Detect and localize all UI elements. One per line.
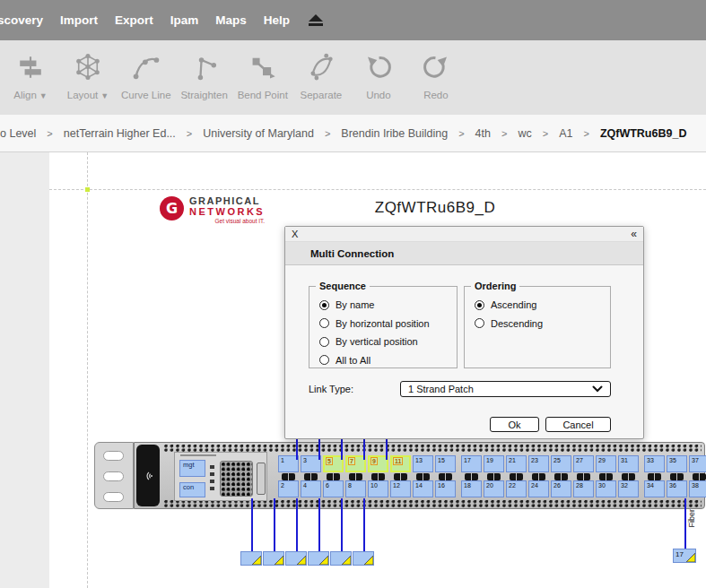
menu-item-import[interactable]: Import bbox=[60, 13, 98, 27]
menu-item-maps[interactable]: Maps bbox=[215, 13, 247, 27]
port-cell-17[interactable]: 17 bbox=[461, 455, 482, 472]
menu-item-ipam[interactable]: Ipam bbox=[170, 13, 199, 27]
menu-item-help[interactable]: Help bbox=[264, 13, 290, 27]
straighten-button[interactable]: Straighten bbox=[176, 52, 233, 100]
breadcrumb-item[interactable]: netTerrain Higher Ed... bbox=[64, 127, 176, 140]
layout-button[interactable]: Layout▼ bbox=[59, 52, 117, 100]
undo-button[interactable]: Undo bbox=[350, 52, 407, 100]
link-type-select[interactable]: 1 Strand Patch bbox=[400, 381, 611, 397]
radio-by-name[interactable] bbox=[319, 300, 329, 310]
breadcrumb-item[interactable]: A1 bbox=[559, 127, 572, 140]
corner-triangle-icon bbox=[275, 556, 283, 565]
port-cell-10[interactable]: 10 bbox=[368, 480, 388, 497]
port-cell-23[interactable]: 23 bbox=[528, 455, 549, 472]
port-number: 16 bbox=[438, 482, 445, 489]
con-port[interactable]: con bbox=[179, 482, 205, 497]
bend-point-button[interactable]: Bend Point bbox=[233, 52, 292, 100]
port-connector-icon bbox=[528, 472, 549, 480]
close-icon[interactable]: X bbox=[292, 229, 298, 239]
port-cell-8[interactable]: 8 bbox=[345, 480, 366, 497]
port-cell-15[interactable]: 15 bbox=[435, 455, 456, 472]
port-cell-11[interactable]: 11 bbox=[390, 455, 411, 472]
port-cell-31[interactable]: 31 bbox=[618, 455, 639, 472]
radio-by-vertical-position[interactable] bbox=[319, 337, 329, 347]
breadcrumb-item[interactable]: Brendin Iribe Building bbox=[341, 127, 448, 140]
port-column: 12 bbox=[278, 455, 299, 497]
breadcrumb-item[interactable]: 4th bbox=[475, 127, 491, 140]
port-connector-icon bbox=[345, 472, 366, 480]
diagram-canvas[interactable]: G GRAPHICAL NETWORKS Get visual about IT… bbox=[0, 152, 706, 588]
switch-device[interactable]: mgt con 12345678910111213141516171819202… bbox=[94, 442, 705, 509]
port-cell-37[interactable]: 37 bbox=[689, 455, 706, 472]
separate-button[interactable]: Separate bbox=[292, 52, 350, 100]
port-cell-22[interactable]: 22 bbox=[506, 480, 527, 497]
sequence-option: By vertical position bbox=[319, 333, 457, 351]
breadcrumb-item[interactable]: o Level bbox=[0, 127, 36, 140]
menu-item-discovery[interactable]: scovery bbox=[0, 13, 43, 27]
ok-button[interactable]: Ok bbox=[490, 417, 539, 432]
port-cell-21[interactable]: 21 bbox=[506, 455, 527, 472]
port-cell-20[interactable]: 20 bbox=[484, 480, 504, 497]
port-cell-35[interactable]: 35 bbox=[667, 455, 687, 472]
port-cell-29[interactable]: 29 bbox=[596, 455, 616, 472]
sequence-option-label: By name bbox=[336, 299, 374, 310]
redo-button[interactable]: Redo bbox=[407, 52, 465, 100]
port-column: 3334 bbox=[644, 455, 665, 497]
endpoint-box-17[interactable]: 17 bbox=[673, 549, 696, 563]
breadcrumb-item[interactable]: University of Maryland bbox=[203, 127, 314, 140]
port-cell-13[interactable]: 13 bbox=[413, 455, 433, 472]
port-cell-12[interactable]: 12 bbox=[390, 480, 411, 497]
port-cell-38[interactable]: 38 bbox=[689, 480, 706, 497]
mgt-port[interactable]: mgt bbox=[179, 460, 205, 477]
port-cell-27[interactable]: 27 bbox=[573, 455, 594, 472]
breadcrumb-separator: > bbox=[325, 128, 330, 139]
port-connector-icon bbox=[435, 472, 456, 480]
eject-icon[interactable] bbox=[307, 14, 325, 27]
cancel-button[interactable]: Cancel bbox=[545, 417, 611, 432]
port-cell-26[interactable]: 26 bbox=[551, 480, 571, 497]
connection-line bbox=[341, 498, 343, 552]
radio-all-to-all[interactable] bbox=[319, 355, 329, 365]
diagram-title: ZQfWTRu6B9_D bbox=[323, 199, 547, 217]
port-cell-24[interactable]: 24 bbox=[528, 480, 549, 497]
port-connector-icon bbox=[323, 472, 344, 480]
radio-descending[interactable] bbox=[475, 318, 484, 328]
port-cell-14[interactable]: 14 bbox=[413, 480, 433, 497]
usb-port bbox=[257, 463, 266, 495]
endpoint-box[interactable] bbox=[353, 551, 374, 566]
port-number: 20 bbox=[486, 482, 493, 489]
port-cell-32[interactable]: 32 bbox=[618, 480, 639, 497]
port-column: 3738 bbox=[689, 455, 706, 497]
port-number: 13 bbox=[415, 457, 423, 463]
endpoint-box[interactable] bbox=[240, 551, 262, 566]
port-cell-4[interactable]: 4 bbox=[301, 480, 321, 497]
port-cell-36[interactable]: 36 bbox=[667, 480, 687, 497]
align-button[interactable]: Align▼ bbox=[2, 52, 59, 100]
separate-label: Separate bbox=[301, 90, 343, 100]
radio-by-horizontal-position[interactable] bbox=[319, 318, 329, 328]
port-cell-6[interactable]: 6 bbox=[323, 480, 344, 497]
undo-label: Undo bbox=[366, 90, 391, 100]
endpoint-box[interactable] bbox=[330, 551, 352, 566]
port-number: 6 bbox=[326, 482, 329, 489]
port-cell-33[interactable]: 33 bbox=[644, 455, 665, 472]
port-cell-19[interactable]: 19 bbox=[484, 455, 504, 472]
breadcrumb-item[interactable]: wc bbox=[518, 127, 531, 140]
port-cell-30[interactable]: 30 bbox=[596, 480, 616, 497]
port-cell-16[interactable]: 16 bbox=[435, 480, 456, 497]
curve-line-button[interactable]: Curve Line bbox=[117, 52, 176, 100]
curve-line-label: Curve Line bbox=[121, 90, 171, 100]
collapse-icon[interactable]: « bbox=[631, 228, 637, 240]
radio-ascending[interactable] bbox=[475, 300, 484, 310]
endpoint-box[interactable] bbox=[285, 551, 307, 566]
port-cell-28[interactable]: 28 bbox=[573, 480, 594, 497]
port-column: 56 bbox=[323, 455, 344, 497]
menu-item-export[interactable]: Export bbox=[115, 13, 153, 27]
endpoint-box[interactable] bbox=[308, 551, 329, 566]
port-cell-18[interactable]: 18 bbox=[461, 480, 482, 497]
port-cell-2[interactable]: 2 bbox=[278, 480, 299, 497]
endpoint-box[interactable] bbox=[263, 551, 284, 566]
rfid-icon bbox=[142, 470, 154, 482]
port-cell-34[interactable]: 34 bbox=[644, 480, 665, 497]
port-cell-25[interactable]: 25 bbox=[551, 455, 571, 472]
